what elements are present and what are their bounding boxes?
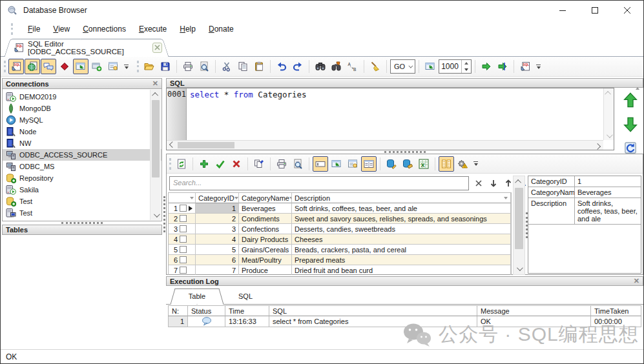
cell-category-id[interactable]: 3 <box>196 224 239 234</box>
results-search-input[interactable]: Search... <box>169 176 469 190</box>
row-gutter[interactable]: 1 <box>169 203 196 214</box>
refresh-results-button[interactable] <box>174 156 189 172</box>
connection-item[interactable]: Test <box>3 196 161 207</box>
clean-button[interactable] <box>368 59 383 74</box>
sql-collapse-icon[interactable] <box>636 79 639 87</box>
menu-item-file[interactable]: File <box>28 25 40 34</box>
log-column-header[interactable]: Message <box>477 305 591 316</box>
comments-button[interactable] <box>41 59 56 74</box>
grid-row[interactable]: 5 5 Grains/Cereals Breads, crackers, pas… <box>169 245 511 255</box>
connection-item[interactable]: Repository <box>3 172 161 184</box>
limit-toggle-button[interactable] <box>422 59 438 74</box>
preview-results-button[interactable] <box>290 156 306 172</box>
clear-data-button[interactable] <box>400 156 415 172</box>
print-results-button[interactable] <box>274 156 289 172</box>
sql-editor-vscrollbar[interactable] <box>603 88 614 140</box>
cell-description[interactable]: Breads, crackers, pasta, and cereal <box>292 245 511 255</box>
sql-code[interactable]: select * from Categories <box>187 88 603 140</box>
sql-editor[interactable]: 0001 select * from Categories <box>166 88 614 150</box>
menu-item-connections[interactable]: Connections <box>83 25 126 34</box>
connections-close-icon[interactable]: ✕ <box>152 79 158 88</box>
cell-category-name[interactable]: Beverages <box>239 203 292 214</box>
search-prev-icon[interactable] <box>503 177 514 188</box>
sql-editor-hscrollbar[interactable] <box>167 140 603 150</box>
cell-category-id[interactable]: 1 <box>196 203 239 214</box>
cell-description[interactable]: Sweet and savory sauces, relishes, sprea… <box>292 214 511 224</box>
form-preview-button[interactable] <box>345 156 360 172</box>
cell-category-name[interactable]: Produce <box>239 265 292 275</box>
close-button[interactable] <box>611 1 643 20</box>
popup-editor-button[interactable] <box>329 156 344 172</box>
row-gutter[interactable]: 3 <box>169 224 196 234</box>
cut-button[interactable] <box>219 59 234 74</box>
print-button[interactable] <box>180 59 196 74</box>
grid-row[interactable]: 2 2 Condiments Sweet and savory sauces, … <box>169 214 511 224</box>
replace-button[interactable]: AB <box>345 59 360 74</box>
connection-item[interactable]: MySQL <box>3 114 161 126</box>
find-button[interactable] <box>313 59 328 74</box>
grid-row[interactable]: 1 1 Beverages Soft drinks, coffees, teas… <box>169 203 511 214</box>
cell-category-id[interactable]: 2 <box>196 214 239 224</box>
connection-item[interactable]: DEMO2019 <box>3 91 161 103</box>
row-gutter[interactable]: 4 <box>169 234 196 245</box>
log-tab-table[interactable]: Table <box>172 288 222 304</box>
row-gutter[interactable]: 6 <box>169 255 196 265</box>
new-window-button[interactable] <box>89 59 105 74</box>
open-connection-button[interactable] <box>25 59 40 74</box>
clear-search-icon[interactable] <box>473 177 484 188</box>
row-checkbox[interactable] <box>180 205 187 212</box>
grid-row[interactable]: 4 4 Dairy Products Cheeses <box>169 234 511 245</box>
cell-description[interactable]: Prepared meats <box>292 255 511 265</box>
grid-row[interactable]: 3 3 Confections Desserts, candies, sweet… <box>169 224 511 234</box>
find-next-button[interactable] <box>329 59 344 74</box>
cell-description[interactable]: Cheeses <box>292 234 511 245</box>
cell-category-name[interactable]: Dairy Products <box>239 234 292 245</box>
delete-row-button[interactable] <box>229 156 244 172</box>
cell-editor-toggle[interactable] <box>313 156 328 172</box>
grid-row[interactable]: 7 7 Produce Dried fruit and bean curd <box>169 265 511 275</box>
record-field-value[interactable]: Beverages <box>575 187 641 197</box>
row-checkbox[interactable] <box>180 215 187 222</box>
move-down-button[interactable] <box>623 117 638 132</box>
results-overflow-button[interactable] <box>473 161 478 166</box>
minimize-button[interactable] <box>546 1 579 20</box>
row-gutter[interactable]: 2 <box>169 214 196 224</box>
log-column-header[interactable]: N: <box>168 305 188 316</box>
execution-log-close-icon[interactable]: ✕ <box>634 277 639 285</box>
search-next-icon[interactable] <box>488 177 499 188</box>
record-view[interactable]: CategoryID 1 CategoryName Beverages Desc… <box>528 176 641 274</box>
maximize-button[interactable] <box>579 1 611 20</box>
cell-category-name[interactable]: Condiments <box>239 214 292 224</box>
record-field-value[interactable]: Soft drinks, coffees, teas, beer, and al… <box>575 198 641 224</box>
log-column-header[interactable]: Status <box>188 305 225 316</box>
cell-category-name[interactable]: Meat/Poultry <box>239 255 292 265</box>
grid-column-header[interactable]: Description <box>292 193 511 203</box>
batch-separator-select[interactable]: GO <box>390 59 415 74</box>
connection-item[interactable]: Node <box>3 126 161 137</box>
record-field-value[interactable]: 1 <box>575 176 641 187</box>
cell-description[interactable]: Desserts, candies, sweetbreads <box>292 224 511 234</box>
print-preview-button[interactable] <box>196 59 212 74</box>
cell-category-id[interactable]: 5 <box>196 245 239 255</box>
menu-item-view[interactable]: View <box>53 25 70 34</box>
toggle-results-button[interactable] <box>73 59 88 74</box>
connection-item[interactable]: Sakila <box>3 184 161 196</box>
results-grid[interactable]: CategoryIDCategoryNameDescription 1 1 Be… <box>168 192 512 275</box>
log-row[interactable]: 1 13:16:33 select * from Categories OK 0… <box>168 316 641 327</box>
log-column-header[interactable]: SQL <box>269 305 477 316</box>
grid-column-header[interactable]: CategoryID <box>196 193 239 203</box>
record-view-toggle[interactable] <box>361 156 377 172</box>
cell-description[interactable]: Dried fruit and bean curd <box>292 265 511 275</box>
export-excel-button[interactable]: X <box>416 156 431 172</box>
record-field-row[interactable]: CategoryID 1 <box>528 176 641 187</box>
log-tab-sql[interactable]: SQL <box>231 288 260 304</box>
copy-records-button[interactable] <box>251 156 267 172</box>
paste-button[interactable] <box>251 59 267 74</box>
row-checkbox[interactable] <box>180 267 187 274</box>
connection-item[interactable]: ODBC_ACCESS_SOURCE <box>3 149 161 161</box>
row-checkbox[interactable] <box>180 225 187 232</box>
menu-item-execute[interactable]: Execute <box>139 25 167 34</box>
connections-scrollbar[interactable] <box>150 90 161 220</box>
grid-row[interactable]: 6 6 Meat/Poultry Prepared meats <box>169 255 511 265</box>
connection-item[interactable]: MongoDB <box>3 103 161 114</box>
